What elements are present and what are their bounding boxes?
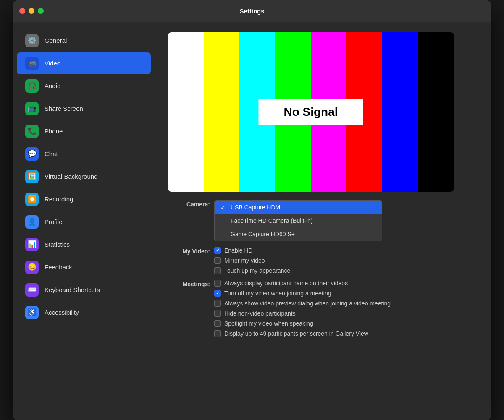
camera-dropdown[interactable]: ✓USB Capture HDMIFaceTime HD Camera (Bui… [214,200,382,241]
label-spotlight: Spotlight my video when speaking [224,320,313,327]
color-bar-0 [168,32,204,192]
sidebar-item-accessibility[interactable]: ♿Accessibility [17,302,151,323]
statistics-icon: 📊 [25,238,39,251]
sidebar-label-general: General [45,37,67,44]
color-bar-7 [418,32,454,192]
checkbox-enable_hd[interactable] [214,247,221,254]
label-mirror: Mirror my video [224,257,265,264]
keyboard-icon: ⌨️ [25,283,39,297]
sidebar-label-phone: Phone [45,128,63,135]
meetings-option-gallery[interactable]: Display up to 49 participants per screen… [214,330,391,337]
meetings-option-hide_non[interactable]: Hide non-video participants [214,310,391,317]
camera-option-label-game: Game Capture HD60 S+ [231,231,295,237]
label-touch_up: Touch up my appearance [224,267,290,274]
sidebar-item-audio[interactable]: 🎧Audio [17,75,151,97]
sidebar-label-chat: Chat [45,150,58,157]
sidebar-item-chat[interactable]: 💬Chat [17,143,151,165]
label-display_name: Always display participant name on their… [224,280,348,287]
close-button[interactable] [19,8,25,14]
no-signal-banner: No Signal [258,99,363,125]
label-gallery: Display up to 49 participants per screen… [224,330,368,337]
color-bar-6 [382,32,418,192]
camera-controls: ✓USB Capture HDMIFaceTime HD Camera (Bui… [214,200,382,241]
sidebar-item-statistics[interactable]: 📊Statistics [17,234,151,256]
sidebar-item-sharescreen[interactable]: 📺Share Screen [17,98,151,120]
traffic-lights [19,8,44,14]
phone-icon: 📞 [25,125,39,138]
virtual-icon: 🖼️ [25,170,39,183]
sidebar-label-video: Video [45,60,60,67]
settings-window: Settings ⚙️General📹Video🎧Audio📺Share Scr… [13,0,491,420]
checkbox-display_name[interactable] [214,280,221,287]
label-enable_hd: Enable HD [224,247,253,254]
audio-icon: 🎧 [25,79,39,93]
feedback-icon: 😊 [25,261,39,274]
sidebar-label-feedback: Feedback [45,263,72,271]
sidebar-item-recording[interactable]: ⏺️Recording [17,188,151,210]
sidebar-label-accessibility: Accessibility [45,309,79,316]
checkmark-usb: ✓ [220,204,227,211]
sidebar-item-phone[interactable]: 📞Phone [17,120,151,142]
sidebar: ⚙️General📹Video🎧Audio📺Share Screen📞Phone… [13,22,155,420]
sidebar-label-statistics: Statistics [45,241,70,248]
camera-option-label-usb: USB Capture HDMI [231,204,282,211]
camera-option-game[interactable]: Game Capture HD60 S+ [215,227,382,241]
color-bar-1 [204,32,239,192]
camera-row: Camera: ✓USB Capture HDMIFaceTime HD Cam… [168,200,479,241]
camera-dropdown-list: ✓USB Capture HDMIFaceTime HD Camera (Bui… [214,200,382,241]
checkbox-hide_non[interactable] [214,310,221,317]
camera-option-usb[interactable]: ✓USB Capture HDMI [215,201,382,214]
my-video-option-touch_up[interactable]: Touch up my appearance [214,267,290,274]
sidebar-item-feedback[interactable]: 😊Feedback [17,256,151,278]
camera-label: Camera: [168,200,210,208]
sidebar-label-sharescreen: Share Screen [45,105,83,112]
checkbox-mirror[interactable] [214,257,221,264]
sidebar-label-recording: Recording [45,196,73,203]
camera-option-label-facetime: FaceTime HD Camera (Built-in) [231,217,313,224]
maximize-button[interactable] [38,8,44,14]
accessibility-icon: ♿ [25,306,39,319]
my-video-controls: Enable HDMirror my videoTouch up my appe… [214,247,290,274]
meetings-row: Meetings: Always display participant nam… [168,280,479,337]
sidebar-label-virtual: Virtual Background [45,173,97,180]
sidebar-item-video[interactable]: 📹Video [17,52,151,74]
sidebar-item-general[interactable]: ⚙️General [17,30,151,52]
minimize-button[interactable] [29,8,34,14]
sharescreen-icon: 📺 [25,102,39,115]
label-hide_non: Hide non-video participants [224,310,296,317]
checkbox-spotlight[interactable] [214,320,221,327]
meetings-option-display_name[interactable]: Always display participant name on their… [214,280,391,287]
sidebar-label-profile: Profile [45,218,63,225]
meetings-option-show_preview[interactable]: Always show video preview dialog when jo… [214,300,391,307]
meetings-option-spotlight[interactable]: Spotlight my video when speaking [214,320,391,327]
video-preview: No Signal [168,32,454,192]
sidebar-item-profile[interactable]: 👤Profile [17,211,151,233]
my-video-row: My Video: Enable HDMirror my videoTouch … [168,247,479,274]
sidebar-item-virtual[interactable]: 🖼️Virtual Background [17,166,151,188]
chat-icon: 💬 [25,147,39,161]
profile-icon: 👤 [25,215,39,229]
general-icon: ⚙️ [25,34,39,47]
video-icon: 📹 [25,57,39,70]
checkbox-turn_off[interactable] [214,290,221,297]
label-turn_off: Turn off my video when joining a meeting [224,290,331,297]
titlebar: Settings [13,0,491,22]
sidebar-item-keyboard[interactable]: ⌨️Keyboard Shortcuts [17,279,151,301]
my-video-option-enable_hd[interactable]: Enable HD [214,247,290,254]
meetings-controls: Always display participant name on their… [214,280,391,337]
main-content: ⚙️General📹Video🎧Audio📺Share Screen📞Phone… [13,22,491,420]
window-title: Settings [239,8,264,15]
my-video-option-mirror[interactable]: Mirror my video [214,257,290,264]
meetings-option-turn_off[interactable]: Turn off my video when joining a meeting [214,290,391,297]
meetings-label: Meetings: [168,280,210,287]
checkbox-touch_up[interactable] [214,267,221,274]
camera-option-facetime[interactable]: FaceTime HD Camera (Built-in) [215,214,382,227]
checkbox-gallery[interactable] [214,330,221,337]
sidebar-label-audio: Audio [45,82,60,89]
my-video-label: My Video: [168,247,210,255]
main-panel: No Signal Camera: ✓USB Capture HDMIFaceT… [155,22,491,420]
checkbox-show_preview[interactable] [214,300,221,307]
label-show_preview: Always show video preview dialog when jo… [224,300,391,307]
recording-icon: ⏺️ [25,193,39,206]
sidebar-label-keyboard: Keyboard Shortcuts [45,286,100,293]
